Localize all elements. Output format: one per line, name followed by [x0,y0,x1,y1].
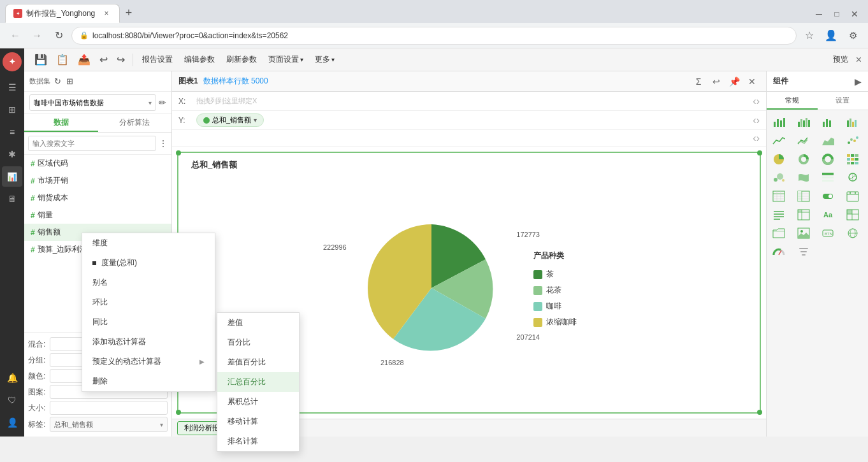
sidebar-icon-user[interactable]: 👤 [2,412,22,433]
toolbar-undo-btn[interactable]: ↩ [96,51,112,68]
widget-table3[interactable] [794,188,813,205]
widget-image[interactable] [794,225,813,242]
window-close-btn[interactable]: ✕ [846,8,863,20]
more-btn[interactable]: 更多▾ [310,52,340,68]
y-chip[interactable]: 总和_销售额 ▾ [196,113,264,127]
widget-crosstab[interactable] [794,206,813,223]
ctx-item-alias[interactable]: 别名 [82,273,215,292]
ctx-item-qoq[interactable]: 环比 [82,292,215,312]
widget-line1[interactable] [769,133,788,149]
widget-globe[interactable] [843,225,862,242]
chart-undo-btn[interactable]: ↩ [709,74,724,89]
chart-pin-btn[interactable]: 📌 [727,74,742,89]
extra-nav-icon[interactable]: ‹› [753,133,760,144]
sample-info[interactable]: 数据样本行数 5000 [203,76,268,87]
widget-pivot[interactable] [843,206,862,223]
tab-close-btn[interactable]: × [101,8,112,18]
toolbar-redo-btn[interactable]: ↪ [113,51,129,68]
widget-calendar[interactable] [843,188,862,205]
sub-item-diff-percent[interactable]: 差值百分比 [217,352,299,372]
sub-item-moving-calc[interactable]: 移动计算 [217,412,299,431]
field-item-cogs[interactable]: # 销货成本 [24,189,171,206]
widget-bar1[interactable] [769,114,788,131]
widget-line2[interactable] [794,133,813,149]
window-minimize-btn[interactable]: ─ [811,8,827,20]
widget-toggle[interactable] [818,188,837,205]
sub-item-rank-calc[interactable]: 排名计算 [217,431,299,451]
sidebar-icon-bell[interactable]: 🔔 [2,368,22,388]
field-item-market[interactable]: # 市场开销 [24,172,171,189]
tab-data-btn[interactable]: 数据 [24,114,98,132]
sub-item-percent[interactable]: 百分比 [217,333,299,352]
sidebar-icon-list[interactable]: ≡ [2,122,22,142]
widget-geo[interactable] [794,170,813,186]
widget-bar2[interactable] [794,114,813,131]
ctx-item-yoy[interactable]: 同比 [82,312,215,332]
widget-folder[interactable] [769,225,788,242]
widget-heatmap[interactable] [843,151,862,168]
toolbar-export-btn[interactable]: 📤 [74,51,94,68]
bookmark-btn[interactable]: ☆ [800,27,818,45]
page-settings-btn[interactable]: 页面设置▾ [263,52,308,68]
widget-text[interactable]: Aa [818,206,837,223]
search-input[interactable] [28,136,156,151]
edit-params-btn[interactable]: 编辑参数 [179,52,220,68]
sidebar-icon-menu[interactable]: ☰ [2,77,22,97]
dataset-selector[interactable]: 咖啡中国市场销售数据 ▾ [29,94,156,111]
tab-analysis-btn[interactable]: 分析算法 [98,114,172,132]
report-settings-btn[interactable]: 报告设置 [137,52,178,68]
widget-filter[interactable] [794,243,813,260]
dataset-settings-btn[interactable]: ⊞ [65,75,75,87]
chart-sum-btn[interactable]: Σ [691,74,706,89]
toolbar-save-btn[interactable]: 💾 [31,51,51,68]
browser-tab[interactable]: ✦ 制作报告_Yonghong × [5,4,120,23]
widget-scatter[interactable] [843,133,862,149]
back-btn[interactable]: ← [6,27,24,45]
widget-pie1[interactable] [769,151,788,168]
toolbar-close-btn[interactable]: × [856,54,862,66]
sidebar-icon-star[interactable]: ✱ [2,144,22,164]
sub-item-diff[interactable]: 差值 [217,313,299,333]
menu-icon[interactable]: ⋮ [159,138,168,148]
toolbar-save2-btn[interactable]: 📋 [52,51,73,68]
ctx-item-delete[interactable]: 删除 [82,372,215,391]
sub-item-total-percent[interactable]: 汇总百分比 [217,372,299,392]
field-item-region[interactable]: # 区域代码 [24,155,171,172]
x-nav-icon[interactable]: ‹› [753,96,760,107]
reload-btn[interactable]: ↻ [50,27,68,45]
dataset-refresh-btn[interactable]: ↻ [53,75,62,87]
extensions-btn[interactable]: ⚙ [844,27,862,45]
widget-list[interactable] [769,206,788,223]
widget-gauge[interactable] [769,243,788,260]
widget-pie2[interactable] [794,151,813,168]
chart-close-btn[interactable]: ✕ [744,74,760,89]
widget-map[interactable] [843,170,862,186]
widget-area1[interactable] [818,133,837,149]
sub-item-running-total[interactable]: 累积总计 [217,392,299,412]
ctx-item-measure[interactable]: 度量(总和) [82,253,215,273]
y-nav-icon[interactable]: ‹› [753,115,760,126]
right-sidebar-expand-btn[interactable]: ▶ [855,76,862,87]
address-bar[interactable]: 🔒 localhost:8080/bi/Viewer?proc=0&action… [71,27,797,45]
widget-bar4[interactable] [843,114,862,131]
right-tab-settings[interactable]: 设置 [818,92,869,110]
window-maximize-btn[interactable]: □ [828,8,845,20]
preview-btn[interactable]: 预览 [828,52,853,68]
refresh-params-btn[interactable]: 刷新参数 [221,52,262,68]
ctx-item-predefined[interactable]: 预定义的动态计算器 ▶ [82,352,215,372]
forward-btn[interactable]: → [28,27,46,45]
widget-bubble[interactable] [769,170,788,186]
ctx-item-add-calc[interactable]: 添加动态计算器 [82,332,215,352]
ctx-item-dimension[interactable]: 维度 [82,233,215,253]
sidebar-icon-shield[interactable]: 🛡 [2,390,22,410]
widget-table1[interactable] [818,170,837,186]
sidebar-icon-grid[interactable]: ⊞ [2,99,22,120]
tag-selector[interactable]: 总和_销售额 ▾ [50,417,168,432]
sidebar-icon-chart[interactable]: 📊 [2,166,22,187]
new-tab-btn[interactable]: + [120,4,138,22]
dataset-edit-btn[interactable]: ✏ [159,97,166,108]
widget-table2[interactable] [769,188,788,205]
sidebar-icon-monitor[interactable]: 🖥 [2,189,22,209]
widget-donut[interactable] [818,151,837,168]
field-item-volume[interactable]: # 销量 [24,206,171,224]
